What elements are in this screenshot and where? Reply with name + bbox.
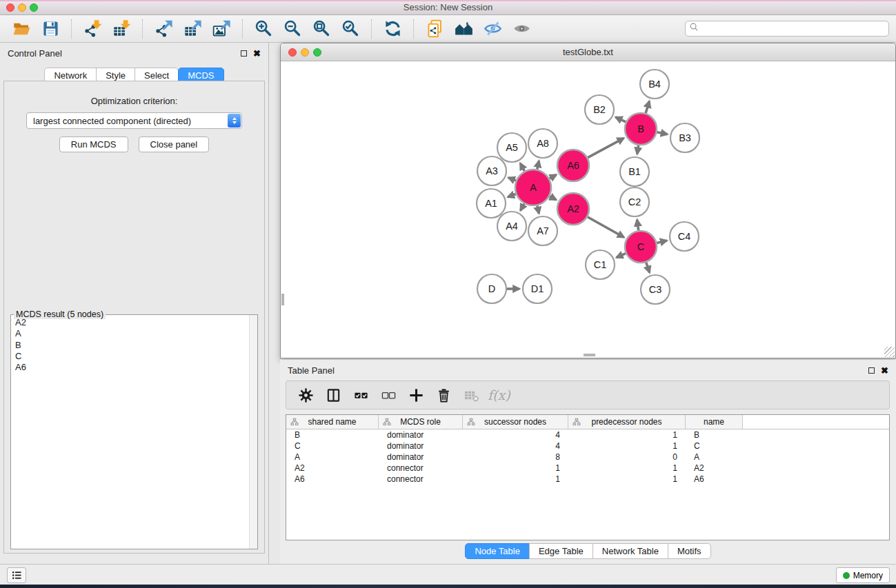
edge-B-B3[interactable] <box>657 132 668 134</box>
edge-A6-B[interactable] <box>588 138 624 157</box>
table-cell[interactable]: dominator <box>379 430 463 440</box>
table-cell[interactable]: A6 <box>286 474 379 484</box>
edge-A-A1[interactable] <box>508 194 515 197</box>
zoom-selected-button[interactable] <box>338 17 363 41</box>
export-table-button[interactable] <box>180 17 205 41</box>
node-D[interactable]: D <box>477 274 506 303</box>
node-A2[interactable]: A2 <box>557 193 589 225</box>
table-cell[interactable]: 1 <box>463 474 568 484</box>
float-panel-icon[interactable] <box>241 50 247 57</box>
table-cell[interactable]: B <box>286 430 379 440</box>
edge-A2-C[interactable] <box>588 217 624 238</box>
network-window-titlebar[interactable]: testGlobe.txt <box>281 43 895 61</box>
node-B2[interactable]: B2 <box>585 95 614 124</box>
edge-B-B2[interactable] <box>616 117 626 122</box>
result-item[interactable]: A <box>15 328 248 339</box>
node-A3[interactable]: A3 <box>477 156 506 185</box>
tab-node-table[interactable]: Node Table <box>465 543 530 559</box>
table-cell[interactable]: B <box>686 430 743 440</box>
edge-C-C2[interactable] <box>637 220 639 230</box>
node-A5[interactable]: A5 <box>497 133 526 162</box>
zoom-in-button[interactable] <box>251 17 276 41</box>
table-cell[interactable]: 1 <box>568 441 686 451</box>
deselect-all-button[interactable] <box>377 384 399 406</box>
table-cell[interactable]: 8 <box>463 452 568 462</box>
result-item[interactable]: A2 <box>15 317 248 328</box>
settings-button[interactable] <box>295 384 317 406</box>
document-network-button[interactable] <box>422 17 447 41</box>
close-table-panel-icon[interactable]: ✖ <box>881 366 888 375</box>
table-cell[interactable]: 1 <box>463 463 568 473</box>
result-item[interactable]: C <box>15 351 248 362</box>
table-cell[interactable]: C <box>686 441 743 451</box>
table-cell[interactable]: A <box>286 452 379 462</box>
edge-B-B1[interactable] <box>637 145 639 154</box>
hide-eye-button[interactable] <box>480 17 505 41</box>
table-cell[interactable]: C <box>286 441 379 451</box>
column-header-name[interactable]: name <box>686 415 743 429</box>
node-C[interactable]: C <box>625 231 657 263</box>
table-cell[interactable]: 1 <box>568 430 686 440</box>
table-cell[interactable]: A2 <box>686 463 743 473</box>
table-cell[interactable]: 1 <box>568 474 686 484</box>
function-builder-button[interactable]: f(x) <box>488 387 510 403</box>
close-panel-icon[interactable]: ✖ <box>253 49 261 58</box>
delete-button[interactable] <box>432 384 455 406</box>
close-window-button[interactable] <box>6 3 14 12</box>
table-cell[interactable]: dominator <box>379 452 463 462</box>
zoom-window-button[interactable] <box>30 3 38 12</box>
table-cell[interactable]: connector <box>379 463 463 473</box>
node-A4[interactable]: A4 <box>497 212 526 241</box>
node-B3[interactable]: B3 <box>670 123 699 152</box>
table-row[interactable]: Adominator80A <box>286 452 889 463</box>
minimize-window-button[interactable] <box>18 3 26 12</box>
result-item[interactable]: A6 <box>15 362 248 373</box>
node-A1[interactable]: A1 <box>477 189 506 218</box>
edge-C-C4[interactable] <box>657 241 666 243</box>
delete-table-button[interactable] <box>460 384 482 406</box>
edge-A-A5[interactable] <box>520 163 524 171</box>
tab-network-table[interactable]: Network Table <box>593 543 668 559</box>
zoom-out-button[interactable] <box>280 17 305 41</box>
node-A7[interactable]: A7 <box>528 216 557 245</box>
refresh-button[interactable] <box>380 17 405 41</box>
show-eye-button[interactable] <box>509 17 534 41</box>
select-all-button[interactable] <box>350 384 372 406</box>
table-cell[interactable]: A2 <box>286 463 379 473</box>
column-header-predecessor-nodes[interactable]: predecessor nodes <box>568 415 686 429</box>
export-network-button[interactable] <box>151 17 176 41</box>
edge-A-A3[interactable] <box>508 178 516 181</box>
node-C3[interactable]: C3 <box>641 275 670 304</box>
criterion-dropdown[interactable]: largest connected component (directed) <box>26 112 242 129</box>
node-A8[interactable]: A8 <box>528 129 557 158</box>
import-network-button[interactable] <box>80 17 105 41</box>
close-panel-button[interactable]: Close panel <box>139 136 210 152</box>
table-cell[interactable]: dominator <box>379 441 463 451</box>
tab-edge-table[interactable]: Edge Table <box>529 543 593 559</box>
export-image-button[interactable] <box>209 17 234 41</box>
node-B1[interactable]: B1 <box>620 157 649 186</box>
vertical-scrollbar-thumb[interactable] <box>281 294 284 305</box>
table-row[interactable]: Cdominator41C <box>286 440 889 452</box>
task-history-button[interactable] <box>7 567 26 583</box>
edge-C-C1[interactable] <box>617 254 626 258</box>
node-A6[interactable]: A6 <box>557 150 589 181</box>
edge-A-A4[interactable] <box>521 204 524 211</box>
edge-B-B4[interactable] <box>646 101 649 113</box>
import-table-button[interactable] <box>109 17 134 41</box>
result-scrollbar[interactable] <box>249 315 257 549</box>
table-cell[interactable]: 4 <box>463 441 568 451</box>
columns-button[interactable] <box>322 384 344 406</box>
edge-A-A2[interactable] <box>550 196 557 200</box>
network-canvas[interactable]: B4B2BB3A5A8A6A3B1AA1C2A2A4A7C4CC1C3DD1 <box>281 62 895 357</box>
table-cell[interactable]: 1 <box>568 463 686 473</box>
result-item[interactable]: B <box>15 340 248 351</box>
edge-A-A8[interactable] <box>537 161 539 169</box>
node-B4[interactable]: B4 <box>640 70 669 99</box>
node-C4[interactable]: C4 <box>670 222 699 251</box>
edge-A-A7[interactable] <box>537 205 539 213</box>
edge-C-C3[interactable] <box>646 263 650 273</box>
window-resize-grip[interactable] <box>884 347 895 357</box>
edge-A-A6[interactable] <box>550 175 557 179</box>
network-close-button[interactable] <box>288 48 297 57</box>
